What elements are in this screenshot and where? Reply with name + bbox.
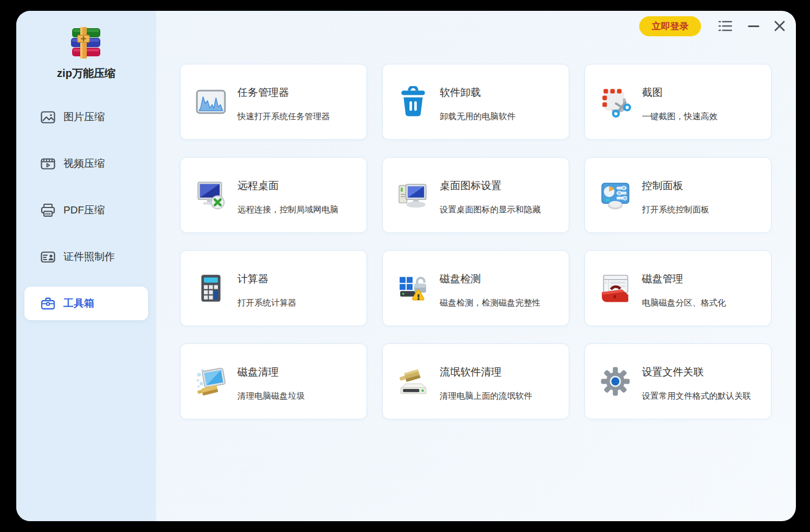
tool-title: 控制面板 bbox=[642, 179, 709, 193]
tool-grid: 任务管理器快速打开系统任务管理器 软件卸载卸载无用的电脑软件 截图一键截图，快速… bbox=[180, 64, 772, 419]
app-title: zip万能压缩 bbox=[16, 66, 156, 81]
sidebar-item-image-compress[interactable]: 图片压缩 bbox=[24, 100, 148, 134]
disk-check-icon bbox=[397, 273, 429, 304]
video-compress-icon bbox=[41, 157, 55, 171]
tool-desc: 设置桌面图标的显示和隐藏 bbox=[440, 204, 541, 216]
app-window: zip万能压缩 图片压缩 视频压缩 PDF PDF压缩 bbox=[16, 11, 796, 521]
calculator-icon bbox=[195, 273, 227, 304]
tool-title: 流氓软件清理 bbox=[440, 365, 532, 379]
tool-card-disk-check[interactable]: 磁盘检测磁盘检测，检测磁盘完整性 bbox=[382, 250, 569, 326]
desktop-icon-settings-icon bbox=[397, 179, 429, 211]
tool-title: 远程桌面 bbox=[237, 179, 338, 193]
id-photo-icon bbox=[41, 250, 55, 264]
tool-card-control-panel[interactable]: 控制面板打开系统控制面板 bbox=[584, 157, 772, 233]
tool-title: 任务管理器 bbox=[237, 86, 330, 100]
tool-desc: 磁盘检测，检测磁盘完整性 bbox=[440, 297, 541, 309]
sidebar-item-pdf-compress[interactable]: PDF PDF压缩 bbox=[24, 193, 148, 227]
remote-desktop-icon bbox=[195, 179, 227, 211]
rogue-software-clean-icon bbox=[397, 366, 429, 397]
tool-card-task-manager[interactable]: 任务管理器快速打开系统任务管理器 bbox=[180, 64, 367, 140]
task-manager-icon bbox=[195, 86, 227, 118]
tool-card-disk-cleanup[interactable]: 磁盘清理清理电脑磁盘垃圾 bbox=[180, 343, 367, 419]
tool-desc: 远程连接，控制局域网电脑 bbox=[237, 204, 338, 216]
file-association-gear-icon bbox=[600, 366, 631, 397]
svg-text:PDF: PDF bbox=[45, 212, 52, 216]
tool-title: 磁盘清理 bbox=[237, 365, 305, 379]
disk-management-icon bbox=[600, 273, 631, 304]
tool-desc: 打开系统控制面板 bbox=[642, 204, 709, 216]
toolbox-icon bbox=[41, 296, 55, 311]
tool-desc: 打开系统计算器 bbox=[237, 297, 297, 309]
sidebar-item-id-photo[interactable]: 证件照制作 bbox=[24, 240, 148, 274]
sidebar-item-label: 证件照制作 bbox=[63, 250, 115, 264]
tool-card-remote-desktop[interactable]: 远程桌面远程连接，控制局域网电脑 bbox=[180, 157, 367, 233]
tool-desc: 清理电脑上面的流氓软件 bbox=[440, 391, 532, 402]
sidebar-item-label: PDF压缩 bbox=[63, 203, 105, 217]
tool-title: 计算器 bbox=[237, 272, 297, 286]
screenshot-scissors-icon bbox=[600, 86, 631, 118]
tool-desc: 一键截图，快速高效 bbox=[642, 111, 718, 122]
tool-title: 桌面图标设置 bbox=[440, 179, 541, 193]
sidebar-item-label: 图片压缩 bbox=[63, 110, 105, 124]
sidebar-menu: 图片压缩 视频压缩 PDF PDF压缩 证件照制作 bbox=[16, 100, 156, 320]
image-compress-icon bbox=[41, 110, 55, 125]
sidebar-item-toolbox[interactable]: 工具箱 bbox=[24, 287, 148, 320]
sidebar-item-label: 工具箱 bbox=[63, 296, 94, 310]
tool-title: 截图 bbox=[642, 86, 718, 100]
app-logo-icon bbox=[70, 27, 102, 59]
tool-card-disk-management[interactable]: 磁盘管理电脑磁盘分区、格式化 bbox=[584, 250, 772, 326]
tool-desc: 设置常用文件格式的默认关联 bbox=[642, 391, 751, 402]
tool-card-file-association[interactable]: 设置文件关联设置常用文件格式的默认关联 bbox=[584, 343, 772, 419]
sidebar-item-video-compress[interactable]: 视频压缩 bbox=[24, 147, 148, 180]
tool-desc: 卸载无用的电脑软件 bbox=[440, 111, 516, 122]
tool-card-uninstall[interactable]: 软件卸载卸载无用的电脑软件 bbox=[382, 64, 569, 140]
tool-card-rogue-software-clean[interactable]: 流氓软件清理清理电脑上面的流氓软件 bbox=[382, 343, 569, 419]
uninstall-trash-icon bbox=[397, 86, 429, 118]
tool-card-desktop-icon-settings[interactable]: 桌面图标设置设置桌面图标的显示和隐藏 bbox=[382, 157, 569, 233]
tool-title: 磁盘检测 bbox=[440, 272, 541, 286]
tool-title: 设置文件关联 bbox=[642, 365, 751, 379]
control-panel-icon bbox=[600, 179, 631, 211]
sidebar-item-label: 视频压缩 bbox=[63, 157, 105, 171]
tool-desc: 电脑磁盘分区、格式化 bbox=[642, 297, 726, 309]
tool-desc: 快速打开系统任务管理器 bbox=[237, 111, 330, 122]
tool-title: 磁盘管理 bbox=[642, 272, 726, 286]
disk-cleanup-icon bbox=[195, 366, 227, 397]
tool-title: 软件卸载 bbox=[440, 86, 516, 100]
tool-card-screenshot[interactable]: 截图一键截图，快速高效 bbox=[584, 64, 772, 140]
pdf-compress-icon: PDF bbox=[41, 203, 55, 218]
sidebar: zip万能压缩 图片压缩 视频压缩 PDF PDF压缩 bbox=[16, 11, 156, 521]
main-content: 任务管理器快速打开系统任务管理器 软件卸载卸载无用的电脑软件 截图一键截图，快速… bbox=[156, 11, 796, 521]
tool-card-calculator[interactable]: 计算器打开系统计算器 bbox=[180, 250, 367, 326]
tool-desc: 清理电脑磁盘垃圾 bbox=[237, 391, 305, 402]
